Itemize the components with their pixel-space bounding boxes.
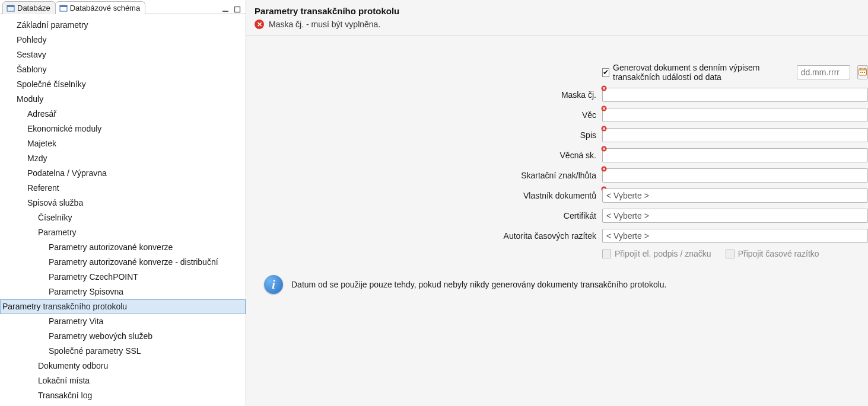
svg-rect-3 xyxy=(60,5,67,7)
label-mask: Maska čj. xyxy=(246,90,602,100)
required-icon xyxy=(601,85,607,91)
error-icon: ✕ xyxy=(255,20,264,29)
tree-item[interactable]: Pohledy xyxy=(0,33,246,47)
svg-rect-12 xyxy=(864,72,865,73)
svg-rect-10 xyxy=(860,72,861,73)
calendar-button[interactable] xyxy=(857,65,868,79)
required-icon xyxy=(601,106,607,111)
attach-signature-label: Připojit el. podpis / značku xyxy=(615,249,711,258)
validation-text: Maska čj. - musí být vyplněna. xyxy=(269,20,380,29)
from-date-input[interactable] xyxy=(797,65,850,79)
page-title: Parametry transakčního protokolu xyxy=(255,6,860,16)
svg-rect-11 xyxy=(862,72,863,73)
tree-item[interactable]: Parametry xyxy=(0,225,246,240)
required-icon xyxy=(601,166,607,172)
tree-item[interactable]: Lokační místa xyxy=(0,373,246,388)
tree-item[interactable]: Podatelna / Výpravna xyxy=(0,166,246,181)
tab-database[interactable]: Databáze xyxy=(2,1,56,14)
tab-schema[interactable]: Databázové schéma xyxy=(55,1,146,14)
generate-checkbox[interactable]: ✔ xyxy=(602,68,609,77)
tree-item[interactable]: Majetek xyxy=(0,136,246,151)
tree-item[interactable]: Moduly xyxy=(0,92,246,107)
label-spis: Spis xyxy=(246,130,602,140)
tree-item[interactable]: Parametry CzechPOINT xyxy=(0,270,246,284)
tab-label: Databáze xyxy=(17,4,50,12)
tree-item[interactable]: Dokumenty odboru xyxy=(0,359,246,373)
minimize-icon[interactable] xyxy=(221,5,230,14)
attach-signature-checkbox xyxy=(602,250,611,258)
tree-item[interactable]: Transakční log xyxy=(0,388,246,403)
tree-item[interactable]: Číselníky xyxy=(0,210,246,225)
vecna-input[interactable] xyxy=(602,148,868,162)
left-panel: Databáze Databázové schéma Základní para… xyxy=(0,0,246,406)
owner-select[interactable]: < Vyberte > xyxy=(602,188,868,203)
attach-timestamp-label: Připojit časové razítko xyxy=(738,249,819,258)
svg-rect-1 xyxy=(7,5,14,7)
window-icon xyxy=(59,4,68,12)
info-text: Datum od se použije pouze tehdy, pokud n… xyxy=(291,280,666,289)
navigation-tree: Základní parametry Pohledy Sestavy Šablo… xyxy=(0,14,246,406)
form-body: ✔ Generovat dokument s denním výpisem tr… xyxy=(246,36,868,406)
skart-input[interactable] xyxy=(602,168,868,183)
tree-item[interactable]: Společné parametry SSL xyxy=(0,344,246,359)
tree-item[interactable]: Společné číselníky xyxy=(0,77,246,92)
tree-item[interactable]: Import dat xyxy=(0,403,246,406)
tree-item[interactable]: Parametry autorizované konverze - distri… xyxy=(0,255,246,270)
info-row: i Datum od se použije pouze tehdy, pokud… xyxy=(246,264,868,294)
tree-item[interactable]: Parametry autorizované konverze xyxy=(0,240,246,255)
attach-timestamp-checkbox xyxy=(726,250,735,258)
tree-item[interactable]: Ekonomické moduly xyxy=(0,122,246,136)
window-icon xyxy=(7,4,15,12)
maximize-icon[interactable] xyxy=(233,5,242,14)
spis-input[interactable] xyxy=(602,128,868,142)
svg-rect-5 xyxy=(235,7,240,12)
label-owner: Vlastník dokumentů xyxy=(246,191,602,200)
label-skart: Skartační znak/lhůta xyxy=(246,171,602,180)
tree-item[interactable]: Parametry Vita xyxy=(0,314,246,329)
application-window: Databáze Databázové schéma Základní para… xyxy=(0,0,868,406)
form-panel: Parametry transakčního protokolu ✕ Maska… xyxy=(246,0,868,406)
required-icon xyxy=(601,126,607,132)
tree-item[interactable]: Adresář xyxy=(0,107,246,122)
tree-item[interactable]: Spisová služba xyxy=(0,196,246,210)
tab-label: Databázové schéma xyxy=(70,4,141,12)
label-tsa: Autorita časových razítek xyxy=(246,231,602,241)
tree-item[interactable]: Základní parametry xyxy=(0,18,246,33)
tree-item[interactable]: Sestavy xyxy=(0,47,246,62)
svg-rect-4 xyxy=(222,11,228,12)
validation-message: ✕ Maska čj. - musí být vyplněna. xyxy=(255,20,860,29)
tree-item-selected[interactable]: Parametry transakčního protokolu xyxy=(0,299,246,314)
tree-item[interactable]: Mzdy xyxy=(0,151,246,166)
mask-input[interactable] xyxy=(602,88,868,102)
vec-input[interactable] xyxy=(602,108,868,122)
cert-select[interactable]: < Vyberte > xyxy=(602,209,868,223)
label-vec: Věc xyxy=(246,110,602,120)
left-tabbar: Databáze Databázové schéma xyxy=(0,0,246,14)
generate-label: Generovat dokument s denním výpisem tran… xyxy=(613,63,788,82)
label-vecna: Věcná sk. xyxy=(246,151,602,160)
tsa-select[interactable]: < Vyberte > xyxy=(602,229,868,243)
required-icon xyxy=(601,146,607,152)
calendar-icon xyxy=(858,67,867,78)
tree-item[interactable]: Referent xyxy=(0,181,246,196)
tree-item[interactable]: Šablony xyxy=(0,62,246,77)
tree-item[interactable]: Parametry Spisovna xyxy=(0,284,246,299)
label-cert: Certifikát xyxy=(246,211,602,220)
form-header: Parametry transakčního protokolu ✕ Maska… xyxy=(246,0,868,36)
tree-item[interactable]: Parametry webových služeb xyxy=(0,329,246,344)
info-icon: i xyxy=(264,275,283,294)
